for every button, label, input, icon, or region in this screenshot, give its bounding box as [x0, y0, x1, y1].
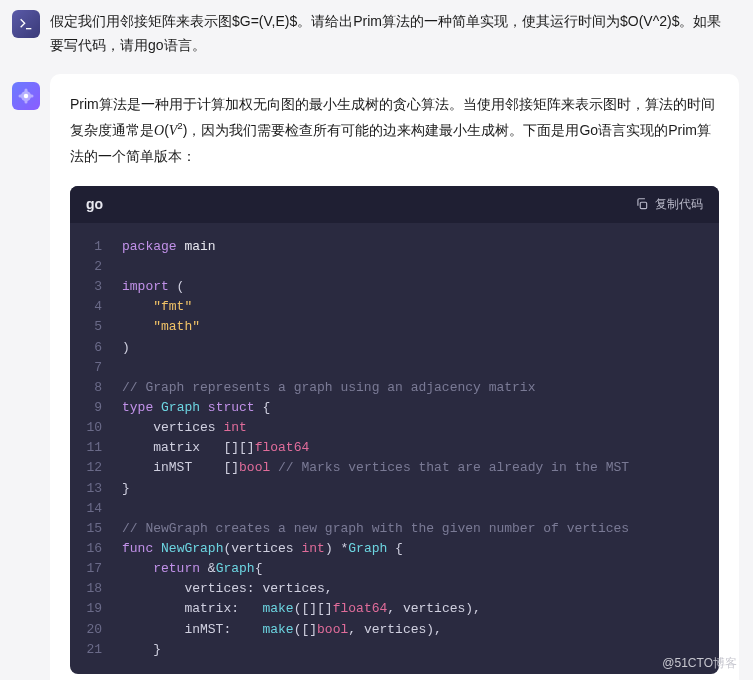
code-line: )	[122, 338, 703, 358]
line-number: 17	[70, 559, 114, 579]
question-text: 假定我们用邻接矩阵来表示图$G=(V,E)$。请给出Prim算法的一种简单实现，…	[50, 10, 735, 58]
code-block: go 复制代码 12345678910111213141516171819202…	[70, 186, 719, 674]
code-content[interactable]: package main import ( "fmt" "math") // G…	[114, 223, 719, 674]
code-line: }	[122, 479, 703, 499]
watermark: @51CTO博客	[662, 655, 737, 672]
line-number: 21	[70, 640, 114, 660]
line-number: 20	[70, 620, 114, 640]
math-O: O	[154, 123, 164, 138]
line-number: 12	[70, 458, 114, 478]
copy-code-label: 复制代码	[655, 196, 703, 213]
line-number: 9	[70, 398, 114, 418]
code-line	[122, 499, 703, 519]
code-language-label: go	[86, 196, 103, 212]
code-line: import (	[122, 277, 703, 297]
ai-avatar	[12, 82, 40, 110]
line-numbers: 123456789101112131415161718192021	[70, 223, 114, 674]
code-body: 123456789101112131415161718192021 packag…	[70, 223, 719, 674]
code-line: inMST: make([]bool, vertices),	[122, 620, 703, 640]
line-number: 11	[70, 438, 114, 458]
code-header: go 复制代码	[70, 186, 719, 223]
code-line: return &Graph{	[122, 559, 703, 579]
question-row: 假定我们用邻接矩阵来表示图$G=(V,E)$。请给出Prim算法的一种简单实现，…	[0, 0, 753, 66]
answer-text-suffix: ，因为我们需要检查所有可能的边来构建最小生成树。下面是用Go语言实现的Prim算…	[70, 122, 711, 164]
code-line: }	[122, 640, 703, 660]
line-number: 19	[70, 599, 114, 619]
line-number: 2	[70, 257, 114, 277]
line-number: 16	[70, 539, 114, 559]
copy-code-button[interactable]: 复制代码	[635, 196, 703, 213]
line-number: 15	[70, 519, 114, 539]
code-line: matrix [][]float64	[122, 438, 703, 458]
user-avatar	[12, 10, 40, 38]
line-number: 3	[70, 277, 114, 297]
code-line: "math"	[122, 317, 703, 337]
code-line: vertices: vertices,	[122, 579, 703, 599]
line-number: 1	[70, 237, 114, 257]
code-line: // NewGraph creates a new graph with the…	[122, 519, 703, 539]
code-line: inMST []bool // Marks vertices that are …	[122, 458, 703, 478]
line-number: 8	[70, 378, 114, 398]
code-line: type Graph struct {	[122, 398, 703, 418]
terminal-icon	[18, 16, 34, 32]
code-line	[122, 257, 703, 277]
line-number: 14	[70, 499, 114, 519]
line-number: 10	[70, 418, 114, 438]
ai-logo-icon	[17, 87, 35, 105]
code-line: "fmt"	[122, 297, 703, 317]
svg-rect-1	[640, 203, 646, 209]
answer-row: Prim算法是一种用于计算加权无向图的最小生成树的贪心算法。当使用邻接矩阵来表示…	[0, 66, 753, 680]
code-line: package main	[122, 237, 703, 257]
answer-card: Prim算法是一种用于计算加权无向图的最小生成树的贪心算法。当使用邻接矩阵来表示…	[50, 74, 739, 680]
code-line: vertices int	[122, 418, 703, 438]
line-number: 18	[70, 579, 114, 599]
line-number: 5	[70, 317, 114, 337]
line-number: 6	[70, 338, 114, 358]
answer-text: Prim算法是一种用于计算加权无向图的最小生成树的贪心算法。当使用邻接矩阵来表示…	[70, 92, 719, 170]
copy-icon	[635, 197, 649, 211]
math-exp: 2	[177, 120, 182, 131]
code-line: // Graph represents a graph using an adj…	[122, 378, 703, 398]
code-line	[122, 358, 703, 378]
line-number: 13	[70, 479, 114, 499]
line-number: 4	[70, 297, 114, 317]
code-line: matrix: make([][]float64, vertices),	[122, 599, 703, 619]
line-number: 7	[70, 358, 114, 378]
code-line: func NewGraph(vertices int) *Graph {	[122, 539, 703, 559]
